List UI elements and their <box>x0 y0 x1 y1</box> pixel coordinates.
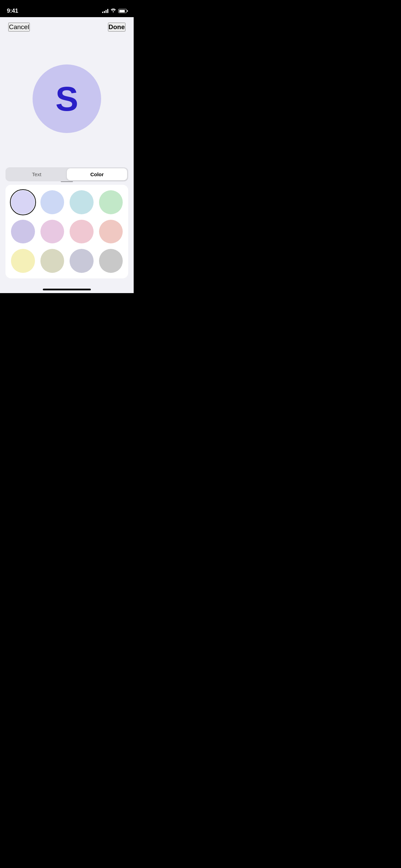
avatar-area: S <box>0 37 134 167</box>
home-indicator <box>0 285 134 293</box>
color-swatch-pink-light[interactable] <box>40 220 64 244</box>
color-grid <box>11 190 123 273</box>
color-grid-container <box>5 185 128 278</box>
color-swatch-blue-light[interactable] <box>40 190 64 214</box>
drop-indicator <box>5 181 128 182</box>
avatar[interactable]: S <box>33 64 101 133</box>
color-swatch-gray-medium[interactable] <box>99 249 123 273</box>
segmented-control: Text Color <box>5 167 128 181</box>
phone-frame: 9:41 Cancel Done <box>0 0 134 293</box>
color-swatch-rose-light[interactable] <box>70 220 94 244</box>
signal-bars-icon <box>102 9 108 13</box>
avatar-letter: S <box>56 82 78 116</box>
wifi-icon <box>110 8 116 14</box>
nav-bar: Cancel Done <box>0 17 134 37</box>
done-button[interactable]: Done <box>108 23 126 32</box>
color-swatch-gray-blue[interactable] <box>70 249 94 273</box>
color-swatch-lavender-light[interactable] <box>11 190 35 214</box>
cancel-button[interactable]: Cancel <box>8 23 30 32</box>
status-time: 9:41 <box>7 8 18 14</box>
status-bar: 9:41 <box>0 0 134 17</box>
color-swatch-purple-light[interactable] <box>11 220 35 244</box>
battery-icon <box>118 9 127 13</box>
color-swatch-green-light[interactable] <box>99 190 123 214</box>
color-swatch-teal-light[interactable] <box>70 190 94 214</box>
color-swatch-yellow-light[interactable] <box>11 249 35 273</box>
color-swatch-salmon-light[interactable] <box>99 220 123 244</box>
picker-container: Text Color <box>0 167 134 285</box>
home-bar <box>43 289 91 290</box>
tab-text[interactable]: Text <box>7 168 67 180</box>
color-swatch-khaki-light[interactable] <box>40 249 64 273</box>
tab-color[interactable]: Color <box>67 168 127 180</box>
status-icons <box>102 8 127 14</box>
main-content: Cancel Done S Text Color <box>0 17 134 285</box>
